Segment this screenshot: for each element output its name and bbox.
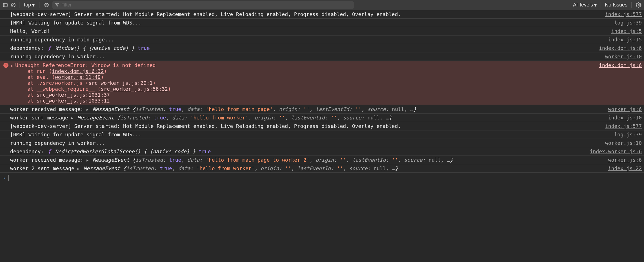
source-link[interactable]: log.js:39 [609,20,642,26]
console-toolbar: top ▾ All levels ▾ No Issues [0,0,644,10]
chevron-down-icon: ▾ [594,2,597,8]
source-link[interactable]: worker.js:10 [599,54,642,59]
source-link[interactable]: index.js:577 [599,123,642,129]
source-link[interactable]: src_worker_js.js:1031:37 [37,92,110,98]
console-message: dependency: ƒ DedicatedWorkerGlobalScope… [10,148,584,154]
console-row: dependency: ƒ DedicatedWorkerGlobalScope… [0,147,644,156]
live-expression-icon[interactable] [42,2,51,8]
console-row: [webpack-dev-server] Server started: Hot… [0,10,644,19]
console-row: running dependency in worker...worker.js… [0,139,644,147]
console-message: running dependency in worker... [10,54,599,59]
source-link[interactable]: index.dom.js:6 [593,62,642,68]
function-icon: ƒ [48,148,51,154]
expand-icon[interactable]: ▶ [86,108,88,112]
console-row: worker 2 sent message ▶ MessageEvent {is… [0,164,644,173]
svg-line-3 [12,4,15,6]
filter-icon [55,2,59,8]
source-link[interactable]: index.js:577 [599,11,642,17]
separator [19,2,19,8]
console-message: worker received message: ▶ MessageEvent … [10,106,603,112]
toggle-sidebar-icon[interactable] [2,2,8,8]
expand-icon[interactable]: ▶ [77,167,79,171]
svg-point-4 [46,4,47,6]
svg-point-5 [638,4,639,6]
source-link[interactable]: src_worker_js.js:1033:12 [37,98,110,104]
console-message: [HMR] Waiting for update signal from WDS… [10,20,609,26]
filter-input[interactable] [61,3,351,8]
function-icon: ƒ [48,45,51,51]
console-message: dependency: ƒ Window() { [native code] }… [10,45,593,51]
console-row: [HMR] Waiting for update signal from WDS… [0,19,644,27]
log-levels-selector[interactable]: All levels ▾ [573,2,597,8]
console-output: [webpack-dev-server] Server started: Hot… [0,10,644,173]
console-row: running dependency in main page...index.… [0,35,644,44]
source-link[interactable]: index.dom.js:6 [593,45,642,51]
source-link[interactable]: index.js:10 [603,115,642,121]
source-link[interactable]: index.js:22 [603,165,642,171]
js-context-selector[interactable]: top ▾ [22,2,36,8]
separator [601,2,601,8]
source-link[interactable]: src_worker_js.js:29:1 [88,80,153,86]
console-row: dependency: ƒ Window() { [native code] }… [0,44,644,52]
console-row: ✕▶Uncaught ReferenceError: Window is not… [0,61,644,105]
source-link[interactable]: src_worker_js.js:56:32 [101,86,168,92]
console-message: running dependency in main page... [10,37,603,43]
console-message: running dependency in worker... [10,140,599,146]
source-link[interactable]: index.worker.js:6 [584,148,642,154]
expand-icon[interactable]: ▶ [86,158,88,162]
console-row: Hello, World!index.js:5 [0,27,644,35]
source-link[interactable]: index.dom.js:6:32 [52,68,104,74]
console-prompt-row: › [0,173,644,183]
console-row: worker sent message ▶ MessageEvent {isTr… [0,114,644,122]
console-prompt-input[interactable] [8,175,641,181]
console-message: Uncaught ReferenceError: Window is not d… [10,62,593,104]
console-message: worker sent message ▶ MessageEvent {isTr… [10,115,603,121]
source-link[interactable]: worker.js:6 [603,157,642,163]
error-icon: ✕ [3,63,8,68]
console-message: [HMR] Waiting for update signal from WDS… [10,132,609,137]
console-row: worker received message: ▶ MessageEvent … [0,105,644,114]
clear-console-icon[interactable] [10,2,16,8]
expand-icon[interactable]: ▶ [11,64,13,68]
prompt-caret-icon: › [3,175,6,181]
console-message: [webpack-dev-server] Server started: Hot… [10,123,599,129]
chevron-down-icon: ▾ [32,2,35,8]
console-row: [webpack-dev-server] Server started: Hot… [0,122,644,130]
svg-rect-0 [3,3,7,7]
levels-label: All levels [573,2,593,8]
console-message: Hello, World! [10,28,606,34]
source-link[interactable]: worker.js:10 [599,140,642,146]
issues-label[interactable]: No Issues [605,2,627,8]
gear-icon[interactable] [636,2,642,8]
separator [631,2,632,8]
console-message: worker received message: ▶ MessageEvent … [10,157,603,163]
source-link[interactable]: worker.js:11:49 [55,74,101,80]
filter-box[interactable] [52,1,354,9]
expand-icon[interactable]: ▶ [71,116,73,120]
source-link[interactable]: index.js:5 [606,28,642,34]
source-link[interactable]: log.js:39 [609,132,642,137]
context-label: top [24,2,31,8]
console-message: worker 2 sent message ▶ MessageEvent {is… [10,165,603,171]
console-message: [webpack-dev-server] Server started: Hot… [10,11,599,17]
source-link[interactable]: index.js:15 [603,37,642,43]
console-row: [HMR] Waiting for update signal from WDS… [0,130,644,139]
separator [39,2,39,8]
console-row: worker received message: ▶ MessageEvent … [0,156,644,164]
console-row: running dependency in worker...worker.js… [0,52,644,61]
source-link[interactable]: worker.js:6 [603,106,642,112]
